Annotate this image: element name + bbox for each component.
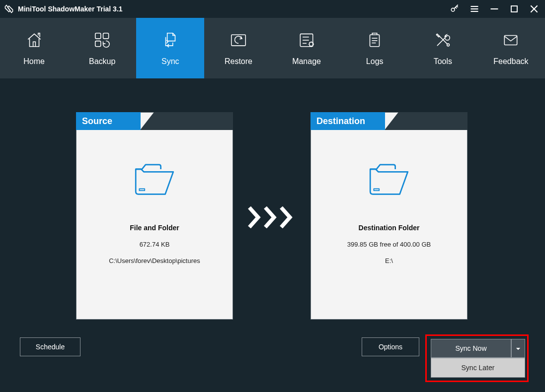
nav-label: Restore bbox=[225, 57, 252, 66]
manage-icon bbox=[297, 30, 316, 50]
svg-rect-23 bbox=[139, 189, 145, 191]
nav-manage[interactable]: Manage bbox=[273, 18, 341, 78]
nav-label: Feedback bbox=[493, 57, 528, 66]
minimize-icon[interactable] bbox=[489, 4, 499, 14]
destination-path: E:\ bbox=[385, 257, 393, 264]
nav-restore[interactable]: Restore bbox=[204, 18, 272, 78]
sync-later-menu-item[interactable]: Sync Later bbox=[431, 358, 525, 378]
nav-label: Logs bbox=[366, 57, 384, 66]
destination-title: Destination Folder bbox=[359, 224, 420, 232]
app-logo-icon bbox=[4, 4, 14, 14]
destination-header-label: Destination bbox=[311, 112, 385, 130]
menu-icon[interactable] bbox=[469, 4, 479, 14]
caret-down-icon bbox=[516, 344, 521, 353]
sync-later-label: Sync Later bbox=[462, 364, 495, 372]
transfer-arrows-icon bbox=[247, 206, 294, 228]
nav-label: Home bbox=[23, 57, 45, 66]
titlebar: MiniTool ShadowMaker Trial 3.1 bbox=[0, 0, 545, 18]
close-icon[interactable] bbox=[529, 4, 539, 14]
nav-home[interactable]: Home bbox=[0, 18, 68, 78]
svg-rect-24 bbox=[374, 189, 379, 191]
titlebar-right bbox=[450, 4, 539, 14]
svg-point-21 bbox=[447, 44, 450, 46]
source-panel-header: Source bbox=[77, 113, 233, 131]
schedule-button-label: Schedule bbox=[36, 343, 65, 351]
svg-rect-9 bbox=[103, 33, 108, 39]
destination-free: 399.85 GB free of 400.00 GB bbox=[347, 241, 431, 248]
sync-now-dropdown-toggle[interactable] bbox=[511, 339, 525, 358]
nav-tools[interactable]: Tools bbox=[409, 18, 477, 78]
nav-backup[interactable]: Backup bbox=[68, 18, 136, 78]
logs-icon bbox=[365, 30, 385, 50]
key-icon[interactable] bbox=[450, 4, 460, 14]
source-title: File and Folder bbox=[130, 224, 179, 232]
sync-now-label: Sync Now bbox=[455, 344, 486, 352]
svg-rect-8 bbox=[95, 33, 100, 39]
sync-highlight-box: Sync Now Sync Later bbox=[425, 334, 529, 382]
nav-label: Backup bbox=[89, 57, 115, 66]
nav-logs[interactable]: Logs bbox=[341, 18, 409, 78]
options-button[interactable]: Options bbox=[362, 337, 419, 356]
nav-label: Manage bbox=[292, 57, 321, 66]
schedule-button[interactable]: Schedule bbox=[20, 337, 80, 356]
nav-label: Tools bbox=[434, 57, 452, 66]
maximize-icon[interactable] bbox=[509, 4, 519, 14]
svg-rect-5 bbox=[511, 6, 517, 12]
main-area: Source File and Folder 672.74 KB C:\User… bbox=[0, 78, 545, 392]
navbar: Home Backup Sync Restore Manage Logs T bbox=[0, 18, 545, 78]
source-header-label: Source bbox=[76, 112, 141, 130]
nav-sync[interactable]: Sync bbox=[136, 18, 204, 78]
folder-icon bbox=[132, 158, 177, 197]
source-path: C:\Users\forev\Desktop\pictures bbox=[109, 257, 200, 264]
nav-feedback[interactable]: Feedback bbox=[477, 18, 545, 78]
sync-now-split-button: Sync Now bbox=[431, 339, 525, 358]
app-title: MiniTool ShadowMaker Trial 3.1 bbox=[18, 5, 123, 13]
feedback-icon bbox=[501, 30, 521, 50]
restore-icon bbox=[229, 30, 248, 50]
svg-rect-10 bbox=[95, 41, 100, 47]
svg-point-0 bbox=[451, 8, 455, 11]
home-icon bbox=[24, 30, 44, 50]
svg-rect-22 bbox=[505, 36, 517, 45]
folder-icon bbox=[367, 158, 411, 197]
source-panel-body: File and Folder 672.74 KB C:\Users\forev… bbox=[77, 131, 233, 319]
source-size: 672.74 KB bbox=[140, 241, 170, 248]
options-button-label: Options bbox=[379, 343, 402, 351]
sync-now-button[interactable]: Sync Now bbox=[431, 339, 511, 358]
titlebar-left: MiniTool ShadowMaker Trial 3.1 bbox=[4, 4, 123, 14]
destination-panel[interactable]: Destination .panel.dest .tristrip{clip-p… bbox=[311, 112, 467, 320]
sync-icon bbox=[160, 30, 180, 50]
nav-label: Sync bbox=[161, 57, 179, 66]
source-panel[interactable]: Source File and Folder 672.74 KB C:\User… bbox=[76, 112, 233, 320]
destination-panel-body: Destination Folder 399.85 GB free of 400… bbox=[311, 131, 467, 319]
backup-icon bbox=[92, 30, 112, 50]
tools-icon bbox=[433, 30, 453, 50]
destination-panel-header: Destination .panel.dest .tristrip{clip-p… bbox=[311, 113, 467, 131]
